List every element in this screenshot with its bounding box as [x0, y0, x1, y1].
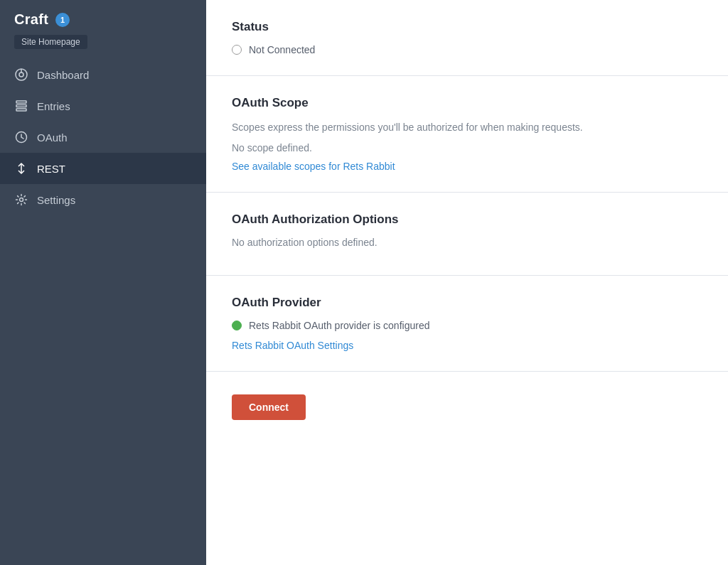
rest-icon [14, 161, 28, 176]
status-section: Status Not Connected [206, 0, 728, 76]
svg-point-8 [20, 198, 23, 202]
settings-label: Settings [37, 194, 75, 206]
entries-label: Entries [37, 100, 70, 112]
site-tag: Site Homepage [14, 35, 87, 49]
status-title: Status [232, 20, 702, 34]
oauth-scope-link[interactable]: See available scopes for Rets Rabbit [232, 161, 395, 172]
sidebar-header: Craft 1 [0, 0, 206, 35]
oauth-icon [14, 130, 28, 144]
oauth-scope-description: Scopes express the permissions you'll be… [232, 120, 702, 135]
status-indicator [232, 45, 242, 55]
app-title: Craft [14, 11, 48, 28]
connect-button[interactable]: Connect [232, 394, 306, 420]
notification-badge: 1 [55, 13, 70, 27]
svg-point-1 [19, 72, 23, 77]
svg-rect-3 [16, 101, 26, 103]
oauth-auth-options-title: OAuth Authorization Options [232, 212, 702, 227]
svg-rect-5 [16, 109, 26, 111]
oauth-auth-options-section: OAuth Authorization Options No authoriza… [206, 193, 728, 276]
sidebar-item-oauth[interactable]: OAuth [0, 122, 206, 153]
connect-section: Connect [206, 372, 728, 440]
dashboard-icon [14, 68, 28, 82]
oauth-provider-link[interactable]: Rets Rabbit OAuth Settings [232, 340, 353, 351]
provider-status-label: Rets Rabbit OAuth provider is configured [249, 320, 429, 331]
sidebar-item-rest[interactable]: REST [0, 153, 206, 184]
sidebar: Craft 1 Site Homepage Dashboard Entries [0, 0, 206, 565]
status-row: Not Connected [232, 44, 702, 55]
oauth-scope-title: OAuth Scope [232, 96, 702, 110]
oauth-scope-section: OAuth Scope Scopes express the permissio… [206, 76, 728, 193]
rest-label: REST [37, 163, 65, 175]
oauth-label: OAuth [37, 131, 68, 144]
status-label: Not Connected [249, 44, 315, 55]
sidebar-item-settings[interactable]: Settings [0, 184, 206, 215]
main-content: Status Not Connected OAuth Scope Scopes … [206, 0, 728, 565]
provider-status-indicator [232, 321, 242, 330]
svg-rect-4 [16, 105, 26, 107]
provider-status-row: Rets Rabbit OAuth provider is configured [232, 320, 702, 331]
sidebar-item-dashboard[interactable]: Dashboard [0, 59, 206, 90]
oauth-provider-title: OAuth Provider [232, 296, 702, 310]
oauth-auth-options-empty: No authorization options defined. [232, 237, 702, 248]
settings-icon [14, 193, 28, 207]
oauth-scope-empty: No scope defined. [232, 142, 702, 154]
sidebar-item-entries[interactable]: Entries [0, 90, 206, 122]
dashboard-label: Dashboard [37, 69, 89, 81]
entries-icon [14, 99, 28, 113]
oauth-provider-section: OAuth Provider Rets Rabbit OAuth provide… [206, 276, 728, 372]
